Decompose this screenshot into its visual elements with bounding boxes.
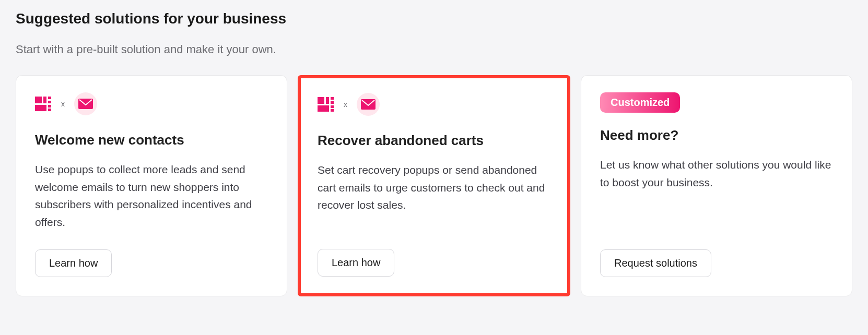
grid-icon: [318, 96, 334, 113]
card-recover: x Recover abandoned carts Set cart recov…: [298, 75, 570, 296]
combine-x-label: x: [61, 100, 65, 108]
card-welcome: x Welcome new contacts Use popups to col…: [16, 75, 287, 296]
card-description: Use popups to collect more leads and sen…: [35, 161, 268, 231]
svg-rect-11: [318, 105, 329, 112]
svg-rect-4: [35, 105, 46, 111]
mail-icon: [74, 92, 97, 115]
card-icon-row: x: [35, 92, 268, 115]
svg-rect-10: [331, 101, 334, 104]
learn-how-button[interactable]: Learn how: [318, 249, 394, 277]
svg-rect-8: [326, 97, 329, 104]
grid-icon: [35, 95, 52, 112]
card-title: Need more?: [600, 127, 833, 143]
combine-x-label: x: [344, 100, 347, 109]
section-title: Suggested solutions for your business: [16, 10, 852, 27]
section-subtitle: Start with a pre-built solution and make…: [16, 43, 852, 56]
svg-rect-0: [35, 97, 42, 103]
svg-rect-9: [331, 97, 334, 100]
svg-rect-12: [331, 105, 334, 108]
svg-rect-6: [48, 109, 51, 111]
learn-how-button[interactable]: Learn how: [35, 249, 112, 277]
card-need-more: Customized Need more? Let us know what o…: [581, 75, 852, 296]
customized-badge: Customized: [600, 92, 680, 113]
card-title: Welcome new contacts: [35, 132, 268, 148]
request-solutions-button[interactable]: Request solutions: [600, 249, 711, 277]
svg-rect-2: [48, 97, 51, 99]
svg-rect-7: [318, 97, 324, 104]
mail-icon: [357, 93, 380, 116]
card-description: Let us know what other solutions you wou…: [600, 156, 833, 231]
card-title: Recover abandoned carts: [318, 133, 550, 149]
cards-container: x Welcome new contacts Use popups to col…: [16, 75, 852, 296]
card-description: Set cart recovery popups or send abandon…: [318, 161, 550, 230]
svg-rect-3: [48, 101, 51, 103]
svg-rect-13: [331, 109, 334, 112]
svg-rect-1: [43, 97, 46, 103]
svg-rect-5: [48, 105, 51, 107]
card-icon-row: x: [318, 93, 550, 116]
